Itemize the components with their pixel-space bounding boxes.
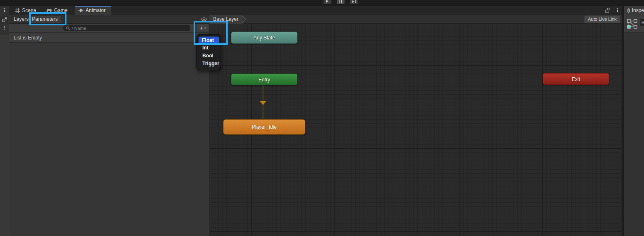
step-forward-icon xyxy=(352,0,356,3)
search-filter-caret-icon: ▾ xyxy=(71,27,73,30)
panel-menu-icon-2[interactable]: ⋮ xyxy=(0,25,9,30)
dock-tab-bar: Scene Game Animator ⋮ xyxy=(9,6,622,15)
menu-item-int[interactable]: Int xyxy=(197,44,221,52)
info-icon: i xyxy=(627,8,630,13)
controller-name-field[interactable]: B xyxy=(640,19,644,26)
highlight-rect-add-menu xyxy=(194,21,228,45)
play-button[interactable] xyxy=(323,0,332,4)
animator-controller-icon xyxy=(626,18,639,31)
editor-title-strip xyxy=(0,0,644,6)
tab-animator-label: Animator xyxy=(86,7,106,13)
animator-toolbar: Layers Parameters Base Layer Auto Live L… xyxy=(9,15,622,24)
search-field[interactable]: ▾ xyxy=(63,25,190,31)
popout-icon xyxy=(2,17,7,22)
inspector-panel: i Inspe B xyxy=(624,0,644,236)
node-exit[interactable]: Exit xyxy=(543,73,609,85)
tab-inspector[interactable]: i Inspe xyxy=(624,6,644,15)
window-menu-icon[interactable]: ⋮ xyxy=(615,7,620,13)
inspector-header: B xyxy=(624,15,644,33)
auto-live-link-button[interactable]: Auto Live Link xyxy=(584,15,620,23)
menu-item-bool[interactable]: Bool xyxy=(197,52,221,60)
search-icon xyxy=(66,26,70,30)
breadcrumb-chevron-icon xyxy=(242,16,247,23)
tab-inspector-label: Inspe xyxy=(632,7,644,13)
popout-button[interactable] xyxy=(1,16,8,23)
unity-animator-window: ⋮ ⋮ Scene Game Animator xyxy=(0,0,644,236)
tab-animator[interactable]: Animator xyxy=(75,6,111,15)
menu-item-trigger[interactable]: Trigger xyxy=(197,60,221,68)
graph-canvas[interactable]: Any State Entry Exit Player_Idle xyxy=(210,24,622,236)
node-player-idle[interactable]: Player_Idle xyxy=(223,119,305,135)
left-edge-strip: ⋮ ⋮ xyxy=(0,6,9,236)
transition-arrow-icon xyxy=(260,101,266,105)
grid-icon xyxy=(15,8,20,13)
search-input[interactable] xyxy=(74,26,187,31)
pause-icon xyxy=(339,0,342,3)
left-strip-lower xyxy=(0,34,9,236)
node-entry[interactable]: Entry xyxy=(231,74,297,85)
play-icon xyxy=(326,0,329,3)
panel-menu-icon[interactable]: ⋮ xyxy=(0,8,9,13)
animator-icon xyxy=(79,8,84,12)
unlock-icon xyxy=(605,7,610,13)
step-button[interactable] xyxy=(350,0,358,4)
lock-button[interactable] xyxy=(605,7,610,13)
list-empty-label: List is Empty xyxy=(9,33,209,43)
pause-button[interactable] xyxy=(337,0,345,4)
parameters-panel: ▾ + ▾ List is Empty xyxy=(9,24,209,236)
tab-layers[interactable]: Layers xyxy=(11,16,32,23)
node-any-state[interactable]: Any State xyxy=(231,32,297,44)
highlight-rect-parameters xyxy=(29,12,66,25)
